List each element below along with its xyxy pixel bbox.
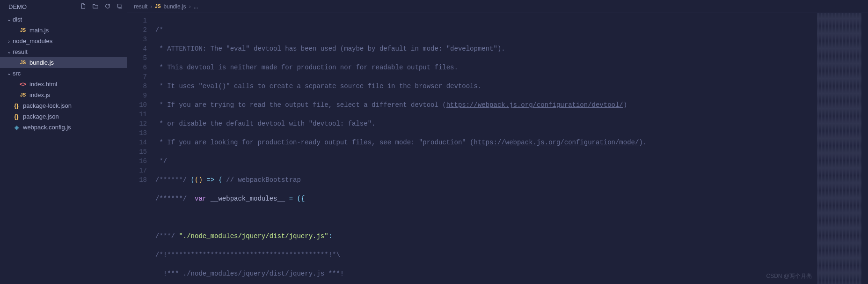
code-token: = ({ — [289, 195, 305, 202]
chevron-down-icon: ⌄ — [7, 16, 11, 22]
webpack-icon: ◈ — [13, 124, 20, 131]
code-token: __webpack_modules__ — [206, 195, 289, 202]
line-number: 15 — [127, 147, 147, 157]
json-icon: {} — [13, 113, 20, 120]
breadcrumb-seg[interactable]: bundle.js — [164, 3, 186, 10]
line-number: 12 — [127, 119, 147, 128]
code-token: * ATTENTION: The "eval" devtool has been… — [155, 45, 505, 52]
watermark: CSDN @两个月亮 — [766, 272, 812, 280]
line-number: 13 — [127, 128, 147, 138]
code-token: /* — [155, 26, 163, 34]
sidebar-header: DEMO — [0, 0, 127, 13]
collapse-all-icon[interactable] — [117, 3, 123, 11]
code-token: * If you are trying to read the output f… — [155, 101, 446, 109]
breadcrumb-seg[interactable]: result — [134, 3, 147, 10]
svg-rect-0 — [118, 4, 121, 7]
line-number: 7 — [127, 72, 147, 82]
code-token: * This devtool is neither made for produ… — [155, 64, 458, 71]
line-number: 2 — [127, 25, 147, 35]
code-token: : — [328, 232, 332, 240]
refresh-icon[interactable] — [104, 3, 111, 11]
line-number: 16 — [127, 157, 147, 166]
folder-src[interactable]: ⌄src — [0, 68, 127, 79]
new-folder-icon[interactable] — [92, 3, 99, 11]
breadcrumb[interactable]: result › JS bundle.js › ... — [127, 0, 868, 13]
editor-area: result › JS bundle.js › ... 123456789101… — [127, 0, 868, 284]
file-explorer-sidebar: DEMO ⌄dist JSmain.js ›node_modules ⌄resu… — [0, 0, 127, 284]
line-number: 18 — [127, 175, 147, 185]
folder-result[interactable]: ⌄result — [0, 46, 127, 57]
code-token: ) — [623, 101, 627, 109]
breadcrumb-sep-icon: › — [189, 3, 191, 10]
line-number: 6 — [127, 63, 147, 72]
line-number: 8 — [127, 82, 147, 91]
code-token: * It uses "eval()" calls to create a sep… — [155, 82, 481, 90]
file-tree: ⌄dist JSmain.js ›node_modules ⌄result JS… — [0, 13, 127, 134]
line-number: 10 — [127, 100, 147, 110]
line-number: 14 — [127, 138, 147, 147]
code-token: */ — [155, 157, 167, 165]
line-number: 5 — [127, 53, 147, 63]
chevron-down-icon: ⌄ — [7, 49, 11, 55]
code-content[interactable]: /* * ATTENTION: The "eval" devtool has b… — [155, 13, 817, 284]
code-token: () — [195, 176, 203, 184]
code-token: { — [218, 176, 226, 184]
file-package-lock[interactable]: {}package-lock.json — [0, 100, 127, 111]
code-token: // webpackBootstrap — [226, 176, 301, 184]
js-icon: JS — [155, 4, 160, 9]
code-token: "./node_modules/jquery/dist/jquery.js" — [175, 232, 328, 240]
code-token: /******/ — [155, 176, 187, 184]
code-token: => — [203, 176, 219, 184]
line-gutter: 123456789101112131415161718 — [127, 13, 155, 284]
json-icon: {} — [13, 102, 20, 110]
code-token: /******/ — [155, 195, 187, 202]
code-token: var — [187, 195, 206, 202]
code-token: !*** ./node_modules/jquery/dist/jquery.j… — [155, 270, 344, 277]
breadcrumb-sep-icon: › — [150, 3, 152, 10]
js-icon: JS — [19, 27, 27, 34]
code-link[interactable]: https://webpack.js.org/configuration/dev… — [446, 101, 623, 109]
line-number: 1 — [127, 16, 147, 25]
line-number: 4 — [127, 44, 147, 53]
vertical-scrollbar[interactable] — [861, 13, 868, 284]
sidebar-title: DEMO — [8, 3, 27, 10]
sidebar-actions — [80, 3, 123, 11]
folder-dist[interactable]: ⌄dist — [0, 14, 127, 25]
chevron-down-icon: ⌄ — [7, 70, 11, 76]
js-icon: JS — [19, 91, 27, 99]
chevron-right-icon: › — [7, 38, 11, 44]
file-webpack-config[interactable]: ◈webpack.config.js — [0, 122, 127, 133]
js-icon: JS — [19, 59, 27, 67]
new-file-icon[interactable] — [80, 3, 87, 11]
folder-node-modules[interactable]: ›node_modules — [0, 36, 127, 46]
file-package-json[interactable]: {}package.json — [0, 111, 127, 122]
code-token: * or disable the default devtool with "d… — [155, 120, 375, 127]
breadcrumb-seg[interactable]: ... — [194, 3, 198, 10]
line-number: 17 — [127, 166, 147, 175]
line-number: 11 — [127, 110, 147, 119]
minimap-preview — [817, 13, 861, 284]
code-token: ). — [639, 139, 647, 146]
file-index-html[interactable]: <>index.html — [0, 79, 127, 90]
code-link[interactable]: https://webpack.js.org/configuration/mod… — [474, 139, 639, 146]
file-index-js[interactable]: JSindex.js — [0, 90, 127, 100]
line-number: 3 — [127, 35, 147, 44]
line-number: 9 — [127, 91, 147, 100]
file-main-js[interactable]: JSmain.js — [0, 25, 127, 36]
code-token: ( — [187, 176, 195, 184]
code-token: * If you are looking for production-read… — [155, 139, 474, 146]
code-token: /*!*************************************… — [155, 251, 340, 259]
file-bundle-js[interactable]: JSbundle.js — [0, 57, 127, 68]
html-icon: <> — [19, 81, 27, 88]
minimap[interactable] — [817, 13, 861, 284]
code-token: /***/ — [155, 232, 175, 240]
code-editor[interactable]: 123456789101112131415161718 /* * ATTENTI… — [127, 13, 868, 284]
